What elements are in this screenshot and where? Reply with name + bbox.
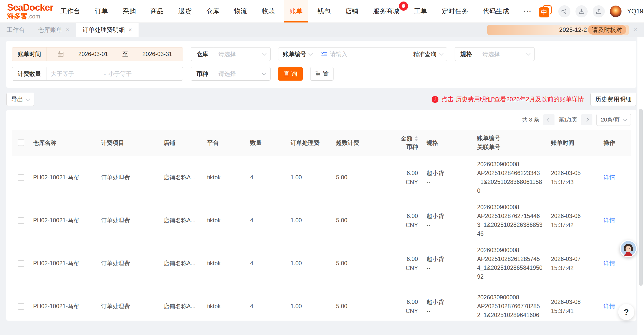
spec-select[interactable]: 规格 请选择 <box>455 47 535 61</box>
service-girl-icon <box>621 241 636 256</box>
qty-separator: - <box>104 70 106 77</box>
language-zh-icon: 中 <box>539 7 549 17</box>
nav-item-scheduled-tasks[interactable]: 定时任务 <box>436 0 473 22</box>
export-button[interactable]: 导出 <box>6 93 34 106</box>
chevron-down-icon <box>26 96 30 101</box>
brand-name-cn: 海多客.com <box>7 13 53 20</box>
nav-item-logistics[interactable]: 物流 <box>229 0 252 22</box>
detail-link[interactable]: 详情 <box>604 260 615 267</box>
detail-link[interactable]: 详情 <box>604 303 615 309</box>
import-button[interactable] <box>575 5 588 17</box>
info-icon: i <box>432 96 438 103</box>
warehouse-placeholder: 请选择 <box>218 50 262 58</box>
nav-item-service-mall[interactable]: 服务商城 <box>368 0 405 22</box>
nav-item-purchase[interactable]: 采购 <box>117 0 141 22</box>
filter-row-2: 计费数量 - 币种 请选择 查 询 重 置 <box>12 67 631 81</box>
amount-cell: 6.00CNY <box>388 211 421 230</box>
pagination: 共 8 条 第1/1页 20条/页 <box>12 110 631 130</box>
end-date-value[interactable]: 2026-03-31 <box>142 51 172 58</box>
pagination-page: 第1/1页 <box>559 116 578 124</box>
qty-label: 计费数量 <box>12 70 47 78</box>
col-spec: 规格 <box>421 139 474 147</box>
row-checkbox[interactable] <box>18 217 24 224</box>
nav-item-code-gen[interactable]: 代码生成 <box>477 0 514 22</box>
qty-min-input[interactable] <box>51 70 101 77</box>
search-button[interactable]: 查 询 <box>278 67 303 81</box>
col-amount-currency: 金额 币种 <box>388 134 421 151</box>
col-action: 操作 <box>601 139 631 147</box>
history-fee-detail-button[interactable]: 历史费用明细 <box>590 93 636 106</box>
history-notice: i 点击“历史费用明细”查看2026年2月及以前的账单详情 <box>432 95 584 103</box>
nav-item-products[interactable]: 商品 <box>145 0 169 22</box>
currency-label: 币种 <box>191 70 214 78</box>
bill-time-label: 账单时间 <box>12 50 47 58</box>
bill-no-input[interactable] <box>330 51 405 58</box>
chevron-down-icon <box>439 51 443 56</box>
export-share-button[interactable] <box>593 5 605 17</box>
item-cell: 订单处理费 <box>98 259 161 267</box>
banner-close-icon[interactable]: × <box>633 26 637 33</box>
batch-input-icon[interactable] <box>321 51 327 57</box>
brand-logo[interactable]: SeaDocker 海多客.com <box>7 0 53 22</box>
spec-cell: 超小货-- <box>421 169 474 187</box>
spec-select-body[interactable]: 请选择 <box>478 50 534 58</box>
tab-warehouse-bill[interactable]: 仓库账单× <box>31 23 76 37</box>
customer-service-avatar[interactable] <box>620 240 637 257</box>
nav-item-orders[interactable]: 订单 <box>90 0 113 22</box>
user-avatar[interactable] <box>610 6 621 17</box>
nav-item-returns[interactable]: 退货 <box>173 0 197 22</box>
list-toolbar: 导出 i 点击“历史费用明细”查看2026年2月及以前的账单详情 历史费用明细 <box>6 93 636 106</box>
spec-cell: 超小货-- <box>421 297 474 316</box>
col-bill-time: 账单时间 <box>548 138 601 147</box>
nav-item-wallet[interactable]: 钱包 <box>312 0 336 22</box>
time-cell: 2026-03-0715:37:42 <box>548 254 601 273</box>
nav-item-workbench[interactable]: 工作台 <box>55 0 85 22</box>
username[interactable]: YQ192548 <box>627 8 644 15</box>
nav-item-warehouse[interactable]: 仓库 <box>201 0 225 22</box>
spec-cell: 超小货-- <box>421 254 474 273</box>
qty-max-input[interactable] <box>108 70 159 77</box>
reset-button[interactable]: 重 置 <box>310 67 334 81</box>
select-all-checkbox[interactable] <box>18 139 24 146</box>
warehouse-select[interactable]: 仓库 请选择 <box>191 47 271 61</box>
brand-domain: .com <box>28 13 40 20</box>
tab-order-handling-fee-detail[interactable]: 订单处理费明细× <box>76 23 139 37</box>
row-checkbox[interactable] <box>18 303 24 310</box>
detail-link[interactable]: 详情 <box>604 217 615 224</box>
help-button[interactable]: ? <box>618 304 634 320</box>
nav-item-collection[interactable]: 收款 <box>256 0 280 22</box>
row-checkbox[interactable] <box>18 174 24 181</box>
bill-table-card: 共 8 条 第1/1页 20条/页 仓库名称 计费项目 店铺 平台 数量 订单处… <box>6 110 636 321</box>
nav-item-shops[interactable]: 店铺 <box>340 0 364 22</box>
row-checkbox[interactable] <box>18 260 24 267</box>
tab-workbench[interactable]: 工作台 <box>0 23 31 37</box>
currency-select-body[interactable]: 请选择 <box>214 70 270 78</box>
close-icon[interactable]: × <box>128 26 132 33</box>
nav-more-button[interactable]: ··· <box>518 0 537 22</box>
shop-cell: 店铺名称A... <box>161 259 204 267</box>
bill-no-cell: 2026030900008AP202510287627154463_1&2025… <box>474 203 548 238</box>
close-icon[interactable]: × <box>66 26 69 33</box>
warehouse-select-body[interactable]: 请选择 <box>214 50 270 58</box>
announcement-button[interactable] <box>558 5 570 17</box>
match-mode-select[interactable]: 精准查询 <box>409 50 447 58</box>
time-cell: 2026-03-0615:37:42 <box>548 211 601 230</box>
amount-sorter-icon[interactable] <box>414 136 418 141</box>
toolbar-right: i 点击“历史费用明细”查看2026年2月及以前的账单详情 历史费用明细 <box>432 93 636 106</box>
bill-no-field-select[interactable]: 账单编号 <box>278 50 317 58</box>
scrollbar-thumb[interactable] <box>639 109 643 286</box>
bill-time-range-picker[interactable]: 账单时间 2026-03-01 至 2026-03-31 <box>12 47 183 61</box>
nav-item-bills[interactable]: 账单 <box>284 0 308 22</box>
currency-select[interactable]: 币种 请选择 <box>191 67 271 81</box>
start-date-value[interactable]: 2026-03-01 <box>78 51 108 58</box>
page-size-select[interactable]: 20条/页 <box>596 114 631 126</box>
chevron-down-icon <box>262 71 266 75</box>
nav-item-work-order[interactable]: 工单 <box>409 0 432 22</box>
qty-cell: 4 <box>247 260 287 267</box>
spec-placeholder: 请选择 <box>482 50 526 58</box>
detail-link[interactable]: 详情 <box>604 174 615 181</box>
prev-page-button[interactable] <box>543 114 554 125</box>
excess-cell: 5.00 <box>333 174 388 181</box>
language-switch-icon[interactable]: 中 <box>539 5 552 17</box>
next-page-button[interactable] <box>581 114 592 125</box>
